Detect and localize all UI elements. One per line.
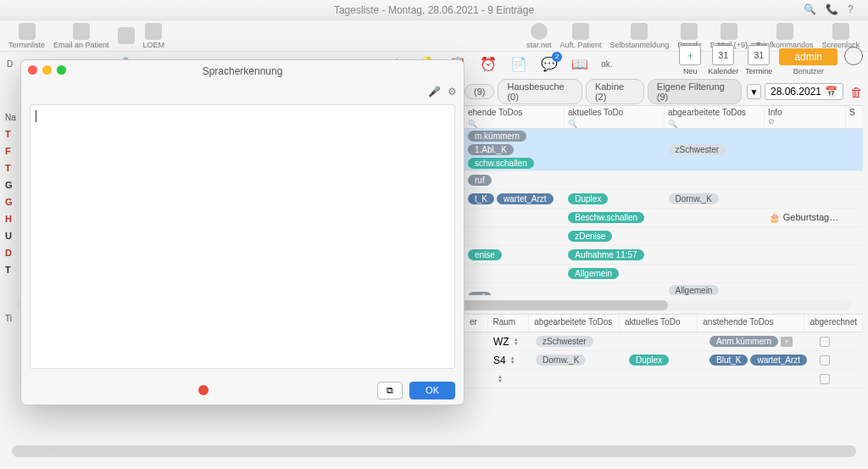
speech-textarea[interactable] <box>30 104 455 369</box>
copy-button[interactable]: ⧉ <box>377 382 403 399</box>
btn-loem[interactable]: LOEM <box>143 23 165 49</box>
todo-tag[interactable]: wartet_Arzt <box>750 355 807 366</box>
bottom-scrollbar[interactable] <box>12 445 856 457</box>
btn-kalender[interactable]: 31 Kalender <box>708 45 738 75</box>
lower-table-body: WZ▲▼zSchwesterAnm.kümmern+S4▲▼Dornw._KDu… <box>465 332 863 417</box>
filter-tab-3[interactable]: Eigene Filterung (9) <box>648 79 742 104</box>
book-icon[interactable]: 📖 <box>570 55 589 74</box>
stepper[interactable]: ▲▼ <box>514 338 519 346</box>
todo-tag[interactable]: t_K <box>468 193 494 204</box>
filter-tab-1[interactable]: Hausbesuche (0) <box>498 79 581 104</box>
phone-icon[interactable]: 📞 <box>826 3 839 17</box>
todo-tag[interactable]: enise <box>468 249 502 260</box>
btn-auft-patient[interactable]: Auft. Patient <box>560 23 602 49</box>
table-row[interactable]: m.kümmern1.Abl._Kschw.schallenzSchwester <box>465 129 863 171</box>
todo-tag[interactable]: Duplex <box>629 355 669 366</box>
dialog-title: Spracherkennung <box>203 65 283 77</box>
help-icon[interactable]: ? <box>848 3 861 17</box>
window-controls[interactable] <box>28 65 66 75</box>
name-initial[interactable]: T <box>5 163 22 180</box>
lower-left-header: Ti <box>5 314 12 323</box>
col-aktuelles: aktuelles ToDo <box>568 108 660 117</box>
table-row[interactable]: Allgemein <box>465 265 863 283</box>
ok-button[interactable]: OK <box>409 382 455 399</box>
gear-icon[interactable]: ⚙︎ <box>448 86 457 98</box>
todo-tag[interactable]: Dornw._K <box>669 193 719 204</box>
todo-tag[interactable]: Beschw.schallen <box>568 212 644 223</box>
btn-blank[interactable] <box>118 27 135 45</box>
todo-tag[interactable]: Dornw._K <box>536 355 586 366</box>
name-initial[interactable]: H <box>5 214 22 231</box>
table-row[interactable]: WZ▲▼zSchwesterAnm.kümmern+ <box>465 332 863 351</box>
col-search-1[interactable] <box>568 117 660 129</box>
user-button[interactable]: admin <box>779 48 837 65</box>
globe-icon <box>844 47 863 65</box>
name-initial[interactable]: F <box>5 146 22 163</box>
btn-selbstanmeldung[interactable]: Selbstanmeldung <box>610 23 670 49</box>
stepper[interactable]: ▲▼ <box>510 356 515 365</box>
checkbox[interactable] <box>820 355 830 366</box>
todo-tag[interactable]: zSchwester <box>669 144 726 155</box>
speech-dialog: Spracherkennung 🎤 ⚙︎ ⧉ OK <box>20 59 465 405</box>
chat-icon[interactable]: 💬 <box>540 55 559 74</box>
col-search-0[interactable] <box>468 117 560 129</box>
checkbox[interactable] <box>820 337 830 347</box>
name-initial[interactable]: U <box>5 231 22 248</box>
alarm-icon[interactable]: ⏰ <box>479 55 498 74</box>
mic-icon[interactable]: 🎤 <box>428 86 441 98</box>
todo-tag[interactable]: m.kümmern <box>468 131 526 142</box>
btn-neu[interactable]: ＋ Neu <box>679 45 701 75</box>
todo-tag[interactable]: zDenise <box>568 231 612 242</box>
todo-tag[interactable]: Blut_K <box>709 355 748 366</box>
todo-tag[interactable]: schw.schallen <box>468 158 534 169</box>
todo-tag[interactable]: Allgemein <box>568 268 619 279</box>
todo-tag[interactable]: 1.Abl._K <box>468 144 514 155</box>
filter-tab-0[interactable]: (9) <box>465 84 494 99</box>
left-name-column: Na TFTGGHUDT <box>5 105 22 282</box>
doc-icon[interactable]: 📄 <box>509 55 528 74</box>
btn-email-patient[interactable]: Email an Patient <box>53 23 109 49</box>
todo-tag[interactable]: Duplex <box>568 193 608 204</box>
name-initial[interactable]: G <box>5 180 22 197</box>
filter-tab-2[interactable]: Kabine (2) <box>586 79 644 104</box>
name-initial[interactable]: T <box>5 129 22 146</box>
trash-icon[interactable]: 🗑 <box>850 85 863 99</box>
filter-bar: (9) Hausbesuche (0) Kabine (2) Eigene Fi… <box>465 81 863 102</box>
search-icon[interactable]: 🔍 <box>804 3 817 17</box>
name-initial[interactable]: D <box>5 248 22 265</box>
table-row[interactable]: rufAllgemeinRezept+ <box>465 283 863 295</box>
date-picker[interactable]: 28.06.2021 📅 <box>765 83 843 100</box>
col-search-2[interactable] <box>668 117 760 129</box>
dialog-titlebar[interactable]: Spracherkennung <box>21 60 464 82</box>
window-titlebar: Tagesliste - Montag, 28.06.2021 - 9 Eint… <box>0 0 868 20</box>
todo-tag[interactable]: Anm.kümmern <box>709 336 778 347</box>
todo-tag[interactable]: ruf <box>468 292 492 295</box>
info-text: 🎂 Geburtstag… <box>769 212 838 223</box>
main-table-body: m.kümmern1.Abl._Kschw.schallenzSchwester… <box>465 129 863 295</box>
todo-tag[interactable]: Allgemein <box>669 285 720 295</box>
globe-button[interactable] <box>844 47 863 75</box>
checkbox[interactable] <box>820 374 830 384</box>
table-row[interactable]: ▲▼ <box>465 370 863 388</box>
todo-tag[interactable]: zSchwester <box>536 336 593 347</box>
btn-termine[interactable]: 31 Termine <box>745 45 772 75</box>
todo-tag[interactable]: wartet_Arzt <box>497 193 554 204</box>
col-abgearbeitete: abgearbeitete ToDos <box>668 108 760 117</box>
btn-starnet[interactable]: star.net <box>526 23 552 49</box>
table-row[interactable]: eniseAufnahme 11:57 <box>465 246 863 265</box>
stepper[interactable]: ▲▼ <box>498 375 503 383</box>
name-initial[interactable]: T <box>5 265 22 282</box>
table-row[interactable]: Beschw.schallen🎂 Geburtstag… <box>465 209 863 227</box>
table-row[interactable]: ruf <box>465 171 863 190</box>
todo-tag[interactable]: Aufnahme 11:57 <box>568 249 643 260</box>
funnel-icon[interactable]: ▼ <box>747 84 761 99</box>
table-row[interactable]: t_Kwartet_ArztDuplexDornw._K <box>465 190 863 209</box>
table-row[interactable]: S4▲▼Dornw._KDuplexBlut_Kwartet_Arzt <box>465 351 863 370</box>
record-indicator[interactable] <box>198 385 209 395</box>
calendar-icon: 📅 <box>825 86 837 98</box>
btn-terminliste[interactable]: Terminliste <box>8 23 45 49</box>
plus-icon[interactable]: + <box>781 337 793 347</box>
table-row[interactable]: zDenise <box>465 227 863 246</box>
todo-tag[interactable]: ruf <box>468 175 492 186</box>
name-initial[interactable]: G <box>5 197 22 214</box>
